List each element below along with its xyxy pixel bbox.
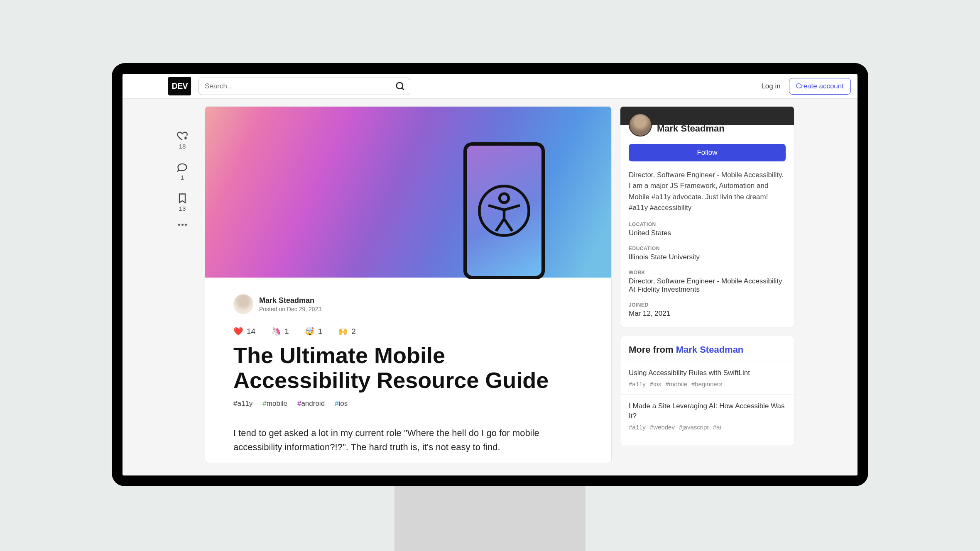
more-item-tag: #a11y bbox=[629, 424, 646, 431]
monitor-stand bbox=[394, 485, 586, 551]
rail-comments-count: 1 bbox=[181, 174, 184, 181]
comment-icon bbox=[176, 161, 188, 173]
article-card: Mark Steadman Posted on Dec 29, 2023 ❤️1… bbox=[205, 106, 612, 463]
article-column: Mark Steadman Posted on Dec 29, 2023 ❤️1… bbox=[205, 106, 612, 475]
accessibility-icon bbox=[477, 184, 531, 238]
work-value: Director, Software Engineer - Mobile Acc… bbox=[629, 277, 786, 294]
more-item-tag: #mobile bbox=[665, 380, 687, 388]
more-from-card: More from Mark Steadman Using Accessibil… bbox=[620, 336, 794, 446]
more-from-item[interactable]: I Made a Site Leveraging AI: How Accessi… bbox=[620, 394, 794, 437]
location-value: United States bbox=[629, 229, 786, 237]
rail-reactions-count: 18 bbox=[179, 143, 186, 150]
location-label: LOCATION bbox=[629, 222, 786, 227]
login-link[interactable]: Log in bbox=[761, 82, 780, 90]
header-right: Log in Create account bbox=[761, 78, 851, 95]
byline-text: Mark Steadman Posted on Dec 29, 2023 bbox=[259, 296, 321, 312]
more-item-title: I Made a Site Leveraging AI: How Accessi… bbox=[629, 401, 786, 421]
more-item-tags: #a11y#webdev#javascript#ai bbox=[629, 424, 786, 431]
svg-line-1 bbox=[402, 88, 404, 90]
byline: Mark Steadman Posted on Dec 29, 2023 bbox=[233, 294, 583, 314]
more-from-title: More from Mark Steadman bbox=[620, 344, 794, 361]
more-item-tags: #a11y#ios#mobile#beginners bbox=[629, 380, 786, 388]
more-item-tag: #ios bbox=[650, 380, 662, 388]
education-label: EDUCATION bbox=[629, 246, 786, 251]
article-tag[interactable]: #ios bbox=[335, 400, 348, 408]
more-icon bbox=[178, 224, 187, 226]
reaction-emoji: ❤️ bbox=[233, 327, 243, 336]
create-account-button[interactable]: Create account bbox=[789, 78, 851, 95]
author-name[interactable]: Mark Steadman bbox=[259, 296, 321, 305]
profile-meta: LOCATION United States EDUCATION Illinoi… bbox=[620, 222, 794, 327]
reaction-rail: 18 1 13 bbox=[168, 106, 196, 475]
search-icon[interactable] bbox=[395, 81, 406, 92]
sidebar: Mark Steadman Follow Director, Software … bbox=[620, 106, 794, 475]
cover-phone bbox=[463, 142, 545, 279]
bookmark-icon bbox=[176, 193, 188, 204]
profile-name[interactable]: Mark Steadman bbox=[657, 123, 725, 137]
rail-comments[interactable]: 1 bbox=[176, 161, 188, 181]
tag-row: #a11y#mobile#android#ios bbox=[233, 400, 583, 408]
reaction-count: 14 bbox=[247, 327, 255, 336]
posted-date: Posted on Dec 29, 2023 bbox=[259, 306, 321, 312]
profile-card: Mark Steadman Follow Director, Software … bbox=[620, 106, 794, 327]
work-label: WORK bbox=[629, 270, 786, 276]
rail-bookmark[interactable]: 13 bbox=[176, 193, 188, 212]
reaction-item[interactable]: 🙌2 bbox=[338, 327, 356, 336]
more-item-title: Using Accessibility Rules with SwiftLint bbox=[629, 368, 786, 378]
more-from-item[interactable]: Using Accessibility Rules with SwiftLint… bbox=[620, 361, 794, 394]
reaction-emoji: 🙌 bbox=[338, 327, 348, 336]
more-item-tag: #javascript bbox=[679, 424, 709, 431]
rail-reactions[interactable]: 18 bbox=[176, 130, 188, 150]
article-paragraph: I tend to get asked a lot in my current … bbox=[233, 426, 583, 454]
article-tag[interactable]: #android bbox=[297, 400, 325, 408]
article-tag[interactable]: #mobile bbox=[262, 400, 287, 408]
author-avatar[interactable] bbox=[233, 294, 253, 314]
reaction-count: 1 bbox=[284, 327, 289, 336]
content-area: 18 1 13 bbox=[122, 99, 858, 475]
reaction-emoji: 🦄 bbox=[271, 327, 281, 336]
profile-head: Mark Steadman bbox=[620, 113, 794, 137]
reactions-row: ❤️14🦄1🤯1🙌2 bbox=[233, 327, 583, 336]
more-item-tag: #ai bbox=[713, 424, 721, 431]
rail-bookmark-count: 13 bbox=[179, 205, 186, 212]
follow-button[interactable]: Follow bbox=[629, 144, 786, 161]
education-value: Illinois State University bbox=[629, 253, 786, 261]
more-from-author-link[interactable]: Mark Steadman bbox=[676, 344, 744, 355]
site-header: DEV Log in Create account bbox=[122, 74, 858, 99]
dev-logo[interactable]: DEV bbox=[168, 77, 191, 95]
more-item-tag: #webdev bbox=[650, 424, 675, 431]
monitor-frame: DEV Log in Create account bbox=[112, 63, 868, 486]
svg-point-0 bbox=[397, 82, 403, 88]
article-body: Mark Steadman Posted on Dec 29, 2023 ❤️1… bbox=[205, 278, 611, 463]
profile-bio: Director, Software Engineer - Mobile Acc… bbox=[620, 170, 794, 222]
joined-value: Mar 12, 2021 bbox=[629, 310, 786, 318]
article-title: The Ultimate Mobile Accessibility Resour… bbox=[233, 343, 583, 393]
cover-phone-screen bbox=[467, 146, 541, 276]
search-input[interactable] bbox=[205, 82, 395, 90]
rail-more[interactable] bbox=[178, 224, 187, 226]
joined-label: JOINED bbox=[629, 302, 786, 308]
reaction-item[interactable]: 🤯1 bbox=[305, 327, 323, 336]
reaction-item[interactable]: ❤️14 bbox=[233, 327, 255, 336]
article-tag[interactable]: #a11y bbox=[233, 400, 252, 408]
reaction-item[interactable]: 🦄1 bbox=[271, 327, 289, 336]
search-container bbox=[198, 78, 410, 95]
screen: DEV Log in Create account bbox=[122, 74, 858, 475]
heart-plus-icon bbox=[176, 130, 188, 142]
reaction-count: 2 bbox=[351, 327, 356, 336]
svg-point-5 bbox=[500, 194, 509, 203]
more-item-tag: #a11y bbox=[629, 380, 646, 388]
profile-avatar[interactable] bbox=[629, 113, 652, 137]
cover-image bbox=[205, 107, 611, 278]
more-from-prefix: More from bbox=[629, 344, 676, 355]
reaction-count: 1 bbox=[318, 327, 323, 336]
more-item-tag: #beginners bbox=[691, 380, 722, 388]
reaction-emoji: 🤯 bbox=[305, 327, 315, 336]
